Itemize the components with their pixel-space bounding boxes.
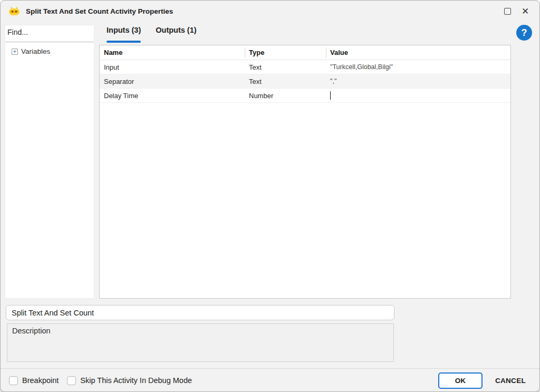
text-cursor — [330, 91, 331, 100]
column-header-name[interactable]: Name — [100, 49, 245, 56]
close-icon: ✕ — [522, 7, 529, 16]
skip-debug-checkbox-group[interactable]: Skip This Activity In Debug Mode — [67, 376, 192, 385]
row-type-cell: Text — [245, 63, 326, 71]
help-button[interactable]: ? — [516, 25, 532, 41]
question-mark-icon: ? — [522, 27, 527, 39]
close-button[interactable]: ✕ — [516, 3, 534, 19]
variables-panel: + Variables — [5, 25, 94, 299]
inputs-table: Name Type Value Input Text "Turkcell,Glo… — [99, 45, 511, 299]
row-type-cell: Number — [245, 92, 326, 100]
skip-debug-checkbox[interactable] — [67, 376, 76, 385]
row-type-cell: Text — [245, 78, 326, 85]
tab-bar: Inputs (3) Outputs (1) — [99, 26, 204, 44]
skip-debug-label: Skip This Activity In Debug Mode — [80, 376, 192, 385]
breakpoint-checkbox-group[interactable]: Breakpoint — [9, 376, 59, 385]
row-value-cell[interactable]: "Turkcell,Global,Bilgi" — [326, 63, 510, 71]
find-input[interactable] — [5, 25, 94, 42]
footer-bar: Breakpoint Skip This Activity In Debug M… — [1, 368, 539, 392]
robot-app-icon — [8, 6, 21, 16]
row-name-cell: Separator — [100, 78, 245, 85]
breakpoint-checkbox[interactable] — [9, 376, 18, 385]
table-row-delay-time[interactable]: Delay Time Number — [100, 89, 510, 103]
cancel-button[interactable]: CANCEL — [490, 374, 531, 388]
breakpoint-label: Breakpoint — [22, 376, 59, 385]
table-header: Name Type Value — [100, 45, 510, 60]
activity-properties-dialog: Split Text And Set Count Activity Proper… — [0, 0, 540, 392]
tab-inputs-label: Inputs (3) — [107, 26, 141, 34]
maximize-icon — [504, 8, 511, 15]
tab-outputs-label: Outputs (1) — [156, 26, 196, 34]
table-row-input[interactable]: Input Text "Turkcell,Global,Bilgi" — [100, 60, 510, 74]
activity-name-input[interactable] — [6, 305, 394, 320]
header-separator — [326, 47, 326, 58]
titlebar: Split Text And Set Count Activity Proper… — [1, 1, 539, 22]
description-textarea[interactable] — [7, 323, 394, 362]
tree-item-label: Variables — [21, 47, 50, 55]
table-row-separator[interactable]: Separator Text "," — [100, 74, 510, 89]
row-value-cell[interactable]: "," — [326, 78, 510, 85]
column-header-value[interactable]: Value — [326, 49, 510, 56]
tab-inputs[interactable]: Inputs (3) — [99, 26, 148, 44]
maximize-button[interactable] — [498, 3, 516, 19]
ok-button[interactable]: OK — [438, 372, 483, 389]
row-name-cell: Delay Time — [100, 92, 245, 100]
expand-plus-icon[interactable]: + — [12, 49, 18, 55]
header-separator — [245, 47, 245, 58]
tab-outputs[interactable]: Outputs (1) — [148, 26, 204, 44]
row-name-cell: Input — [100, 63, 245, 71]
column-header-type[interactable]: Type — [245, 49, 326, 56]
variables-tree: + Variables — [5, 42, 94, 55]
row-value-cell[interactable] — [326, 91, 510, 100]
window-title: Split Text And Set Count Activity Proper… — [26, 7, 173, 15]
tree-item-variables[interactable]: + Variables — [12, 47, 94, 55]
